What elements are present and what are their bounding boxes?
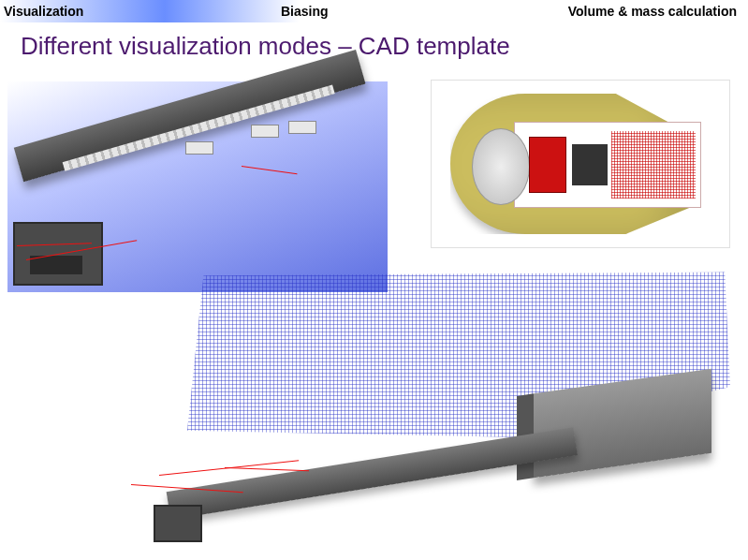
- component-chip: [288, 121, 316, 134]
- solid-endcap: [154, 505, 202, 542]
- tab-volume-mass: Volume & mass calculation: [496, 4, 748, 19]
- particle-track: [242, 166, 298, 174]
- particle-track: [225, 467, 309, 471]
- section-tabs: Visualization Biasing Volume & mass calc…: [0, 0, 748, 22]
- tab-biasing: Biasing: [281, 4, 496, 19]
- figure-beamline-solid: [7, 81, 388, 292]
- figure-wireframe-mixed: [187, 269, 740, 550]
- inner-block: [572, 144, 608, 185]
- figure-detector-cutaway: [431, 80, 730, 248]
- detector-internals: [521, 125, 699, 204]
- tab-visualization: Visualization: [0, 4, 281, 19]
- figure-area: [0, 72, 748, 559]
- component-chip: [185, 141, 213, 155]
- component-chip: [251, 125, 279, 138]
- inner-mesh: [611, 131, 696, 199]
- slide-title: Different visualization modes – CAD temp…: [21, 32, 748, 61]
- inner-cylinder: [529, 137, 566, 193]
